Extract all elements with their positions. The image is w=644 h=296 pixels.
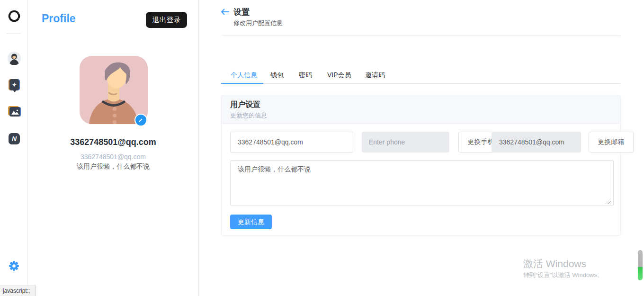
- settings-subtitle: 修改用户配置信息: [233, 19, 283, 27]
- profile-settings-page: ✦ N: [0, 0, 644, 296]
- back-arrow-icon[interactable]: [221, 9, 229, 15]
- rail-divider: [6, 34, 21, 34]
- sparkle-glyph: ✦: [11, 81, 17, 89]
- tab-personal-info[interactable]: 个人信息: [231, 71, 257, 80]
- scrollbar-thumb[interactable]: [638, 250, 643, 280]
- card-header: 用户设置 更新您的信息: [222, 95, 620, 124]
- settings-title: 设置: [233, 7, 250, 18]
- n-logo-icon[interactable]: N: [8, 132, 21, 145]
- bio-textarea[interactable]: 该用户很懒，什么都不说: [230, 160, 614, 206]
- chat-avatar-icon[interactable]: [8, 52, 21, 65]
- email-readonly-field[interactable]: [492, 132, 581, 152]
- settings-gear-icon[interactable]: [8, 260, 20, 272]
- gallery-icon[interactable]: [8, 105, 21, 118]
- profile-email: 3362748501@qq.com: [28, 137, 198, 147]
- tab-vip[interactable]: VIP会员: [327, 71, 351, 80]
- logout-button[interactable]: 退出登录: [146, 12, 187, 28]
- profile-panel: Profile 退出登录 336: [28, 0, 199, 296]
- openai-logo-icon[interactable]: [8, 9, 21, 23]
- tabs-border: [221, 83, 621, 84]
- profile-email-secondary: 3362748501@qq.com: [28, 153, 198, 161]
- card-title: 用户设置: [230, 100, 260, 110]
- n-logo-glyph: N: [12, 135, 17, 143]
- profile-bio: 该用户很懒，什么都不说: [28, 162, 198, 171]
- profile-title: Profile: [42, 12, 76, 25]
- edit-avatar-icon[interactable]: [134, 114, 147, 126]
- phone-field[interactable]: [362, 132, 449, 152]
- email-field[interactable]: [230, 132, 353, 152]
- icon-rail: ✦ N: [0, 0, 28, 296]
- windows-activation-watermark-line2: 转到“设置”以激活 Windows。: [523, 271, 603, 279]
- windows-activation-watermark-line1: 激活 Windows: [523, 257, 586, 270]
- update-info-button[interactable]: 更新信息: [230, 215, 272, 229]
- user-settings-card: 用户设置 更新您的信息 更换手机 更换邮箱 该用户很懒，什么都不说 更新信息: [221, 95, 621, 235]
- browser-status-text: javascript:;: [0, 286, 36, 296]
- user-avatar[interactable]: [80, 56, 148, 124]
- tab-wallet[interactable]: 钱包: [270, 71, 284, 80]
- tab-password[interactable]: 密码: [299, 71, 312, 80]
- tab-active-indicator: [221, 83, 263, 84]
- header-divider: [222, 35, 621, 36]
- card-subtitle: 更新您的信息: [230, 111, 267, 120]
- change-email-button[interactable]: 更换邮箱: [589, 132, 634, 152]
- tab-invite-code[interactable]: 邀请码: [365, 71, 385, 80]
- sparkle-badge-icon[interactable]: ✦: [8, 78, 21, 91]
